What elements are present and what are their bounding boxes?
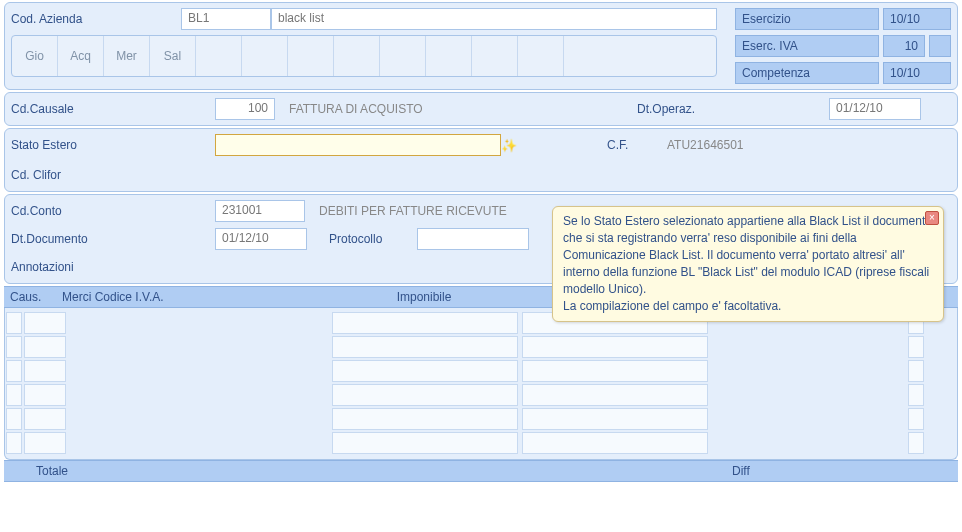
col-imponibile: Imponibile (330, 290, 518, 304)
toolbar-empty-2[interactable] (242, 36, 288, 76)
lookup-icon[interactable]: ✨ (501, 134, 517, 156)
eserc-iva-value[interactable]: 10 (883, 35, 925, 57)
toolbar-empty-3[interactable] (288, 36, 334, 76)
cd-causale-label: Cd.Causale (11, 102, 215, 116)
toolbar-empty-7[interactable] (472, 36, 518, 76)
tooltip-text: Se lo Stato Estero selezionato appartien… (563, 213, 933, 315)
grid-cell[interactable] (332, 360, 518, 382)
dt-doc-label: Dt.Documento (11, 232, 215, 246)
toolbar-acq[interactable]: Acq (58, 36, 104, 76)
grid-cell[interactable] (24, 432, 66, 454)
toolbar: Gio Acq Mer Sal (11, 35, 717, 77)
eserc-iva-blank (929, 35, 951, 57)
grid-cell[interactable] (332, 432, 518, 454)
cd-conto-label: Cd.Conto (11, 204, 215, 218)
totale-label: Totale (36, 464, 68, 478)
toolbar-empty-1[interactable] (196, 36, 242, 76)
competenza-value[interactable]: 10/10 (883, 62, 951, 84)
esercizio-value[interactable]: 10/10 (883, 8, 951, 30)
grid-cell[interactable] (332, 384, 518, 406)
footer-bar: Totale Diff (4, 460, 958, 482)
dt-doc-value[interactable]: 01/12/10 (215, 228, 307, 250)
help-tooltip: × Se lo Stato Estero selezionato apparti… (552, 206, 944, 322)
dt-operaz-label: Dt.Operaz. (637, 102, 829, 116)
protocollo-value[interactable] (417, 228, 529, 250)
grid-cell[interactable] (332, 312, 518, 334)
toolbar-gio[interactable]: Gio (12, 36, 58, 76)
col-merci: Merci Codice I.V.A. (62, 290, 330, 304)
cd-causale-value[interactable]: 100 (215, 98, 275, 120)
cod-azienda-label: Cod. Azienda (11, 12, 181, 26)
grid-cell[interactable] (908, 432, 924, 454)
esercizio-label: Esercizio (735, 8, 879, 30)
toolbar-empty-6[interactable] (426, 36, 472, 76)
toolbar-sal[interactable]: Sal (150, 36, 196, 76)
grid-cell[interactable] (6, 360, 22, 382)
grid-cell[interactable] (908, 384, 924, 406)
dt-operaz-value[interactable]: 01/12/10 (829, 98, 921, 120)
grid-cell[interactable] (6, 432, 22, 454)
grid-cell[interactable] (908, 336, 924, 358)
grid-cell[interactable] (908, 408, 924, 430)
grid-cell[interactable] (6, 408, 22, 430)
stato-estero-input[interactable] (215, 134, 501, 156)
close-icon[interactable]: × (925, 211, 939, 225)
toolbar-mer[interactable]: Mer (104, 36, 150, 76)
grid-cell[interactable] (522, 336, 708, 358)
cf-value: ATU21646501 (667, 138, 951, 152)
grid-cell[interactable] (24, 360, 66, 382)
cod-azienda-value[interactable]: BL1 (181, 8, 271, 30)
toolbar-empty-5[interactable] (380, 36, 426, 76)
stato-estero-label: Stato Estero (11, 138, 215, 152)
grid-cell[interactable] (24, 408, 66, 430)
toolbar-empty-4[interactable] (334, 36, 380, 76)
annotazioni-label: Annotazioni (11, 260, 215, 274)
grid-cell[interactable] (6, 336, 22, 358)
protocollo-label: Protocollo (307, 232, 417, 246)
cf-label: C.F. (607, 138, 667, 152)
grid-cell[interactable] (332, 336, 518, 358)
competenza-label: Competenza (735, 62, 879, 84)
grid-cell[interactable] (24, 384, 66, 406)
cd-conto-value[interactable]: 231001 (215, 200, 305, 222)
grid-cell[interactable] (522, 360, 708, 382)
grid-cell[interactable] (522, 408, 708, 430)
cd-clifor-label: Cd. Clifor (11, 168, 215, 182)
grid-cell[interactable] (332, 408, 518, 430)
grid-cell[interactable] (24, 312, 66, 334)
grid-cell[interactable] (522, 432, 708, 454)
diff-label: Diff (732, 464, 952, 478)
eserc-iva-label: Eserc. IVA (735, 35, 879, 57)
grid-cell[interactable] (6, 312, 22, 334)
grid-cell[interactable] (6, 384, 22, 406)
grid-cell[interactable] (908, 360, 924, 382)
cd-causale-desc: FATTURA DI ACQUISTO (275, 102, 637, 116)
col-caus: Caus. (4, 290, 62, 304)
cod-azienda-desc[interactable]: black list (271, 8, 717, 30)
grid-cell[interactable] (522, 384, 708, 406)
toolbar-empty-9[interactable] (564, 36, 610, 76)
grid-body (4, 308, 958, 460)
grid-cell[interactable] (24, 336, 66, 358)
toolbar-empty-8[interactable] (518, 36, 564, 76)
